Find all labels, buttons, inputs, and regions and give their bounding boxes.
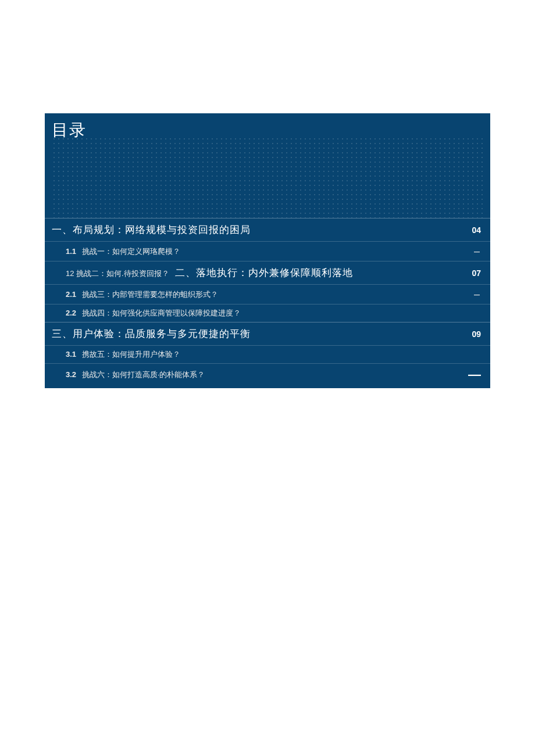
section-3-page: 09 xyxy=(472,329,483,339)
sub-2-1-text: 挑战三：内部管理需要怎样的蛆织形式？ xyxy=(82,290,218,299)
sub-2-2-content: 2.2 挑战四：如何强化供应商管理以保障投建进度？ xyxy=(66,308,241,318)
sub-3-2-num: 3.2 xyxy=(66,370,76,379)
combo-sub: 12 挑战二：如何.待投资回报？ xyxy=(66,268,169,279)
sub-3-2-marker: — xyxy=(468,367,483,382)
combo-left: 12 挑战二：如何.待投资回报？ 二、落地执行：内外兼修保障顺利落地 xyxy=(66,266,353,280)
sub-row-2-2: 2.2 挑战四：如何强化供应商管理以保障投建进度？ xyxy=(45,304,490,322)
dotted-background xyxy=(52,137,483,218)
sub-3-2-text: 挑战六：如何打造高质·的朴能体系？ xyxy=(82,370,205,379)
sub-1-2-num: 12 xyxy=(66,269,74,278)
combo-row-1-2-section-2: 12 挑战二：如何.待投资回报？ 二、落地执行：内外兼修保障顺利落地 07 xyxy=(45,261,490,284)
section-row-1: 一、布局规划：网络规模与投资回报的困局 04 xyxy=(45,218,490,241)
toc-header: 目录 xyxy=(45,113,490,218)
sub-3-2-content: 3.2 挑战六：如何打造高质·的朴能体系？ xyxy=(66,370,205,380)
sub-row-3-2: 3.2 挑战六：如何打造高质·的朴能体系？ — xyxy=(45,363,490,386)
sub-1-1-marker: – xyxy=(474,245,483,257)
sub-2-1-num: 2.1 xyxy=(66,290,76,299)
sub-row-1-1: 1.1 挑战一：如何定义网珞爬模？ – xyxy=(45,241,490,261)
bottom-padding xyxy=(45,386,490,388)
sub-1-1-text: 挑战一：如何定义网珞爬模？ xyxy=(82,247,180,256)
sub-row-2-1: 2.1 挑战三：内部管理需要怎样的蛆织形式？ – xyxy=(45,284,490,304)
toc-container: 目录 一、布局规划：网络规模与投资回报的困局 04 1.1 挑战一：如何定义网珞… xyxy=(45,113,490,388)
section-1-page: 04 xyxy=(472,225,483,235)
section-row-3: 三、用户体验：品质服务与多元便捷的平衡 09 xyxy=(45,322,490,345)
section-3-heading: 三、用户体验：品质服务与多元便捷的平衡 xyxy=(52,327,251,341)
sub-3-1-content: 3.1 携故五：如何提升用户体验？ xyxy=(66,349,180,360)
sub-2-2-num: 2.2 xyxy=(66,309,76,317)
sub-2-1-marker: – xyxy=(474,288,483,300)
sub-2-2-text: 挑战四：如何强化供应商管理以保障投建进度？ xyxy=(82,309,241,317)
sub-1-2-text: 挑战二：如何.待投资回报？ xyxy=(76,269,169,278)
sub-1-1-content: 1.1 挑战一：如何定义网珞爬模？ xyxy=(66,246,180,257)
sub-2-1-content: 2.1 挑战三：内部管理需要怎样的蛆织形式？ xyxy=(66,289,218,300)
section-2-page: 07 xyxy=(472,268,483,278)
sub-3-1-text: 携故五：如何提升用户体验？ xyxy=(82,350,180,359)
sub-3-1-num: 3.1 xyxy=(66,350,76,359)
section-2-heading: 二、落地执行：内外兼修保障顺利落地 xyxy=(175,266,353,280)
section-1-heading: 一、布局规划：网络规模与投资回报的困局 xyxy=(52,223,251,237)
sub-row-3-1: 3.1 携故五：如何提升用户体验？ xyxy=(45,345,490,363)
sub-1-1-num: 1.1 xyxy=(66,247,76,256)
